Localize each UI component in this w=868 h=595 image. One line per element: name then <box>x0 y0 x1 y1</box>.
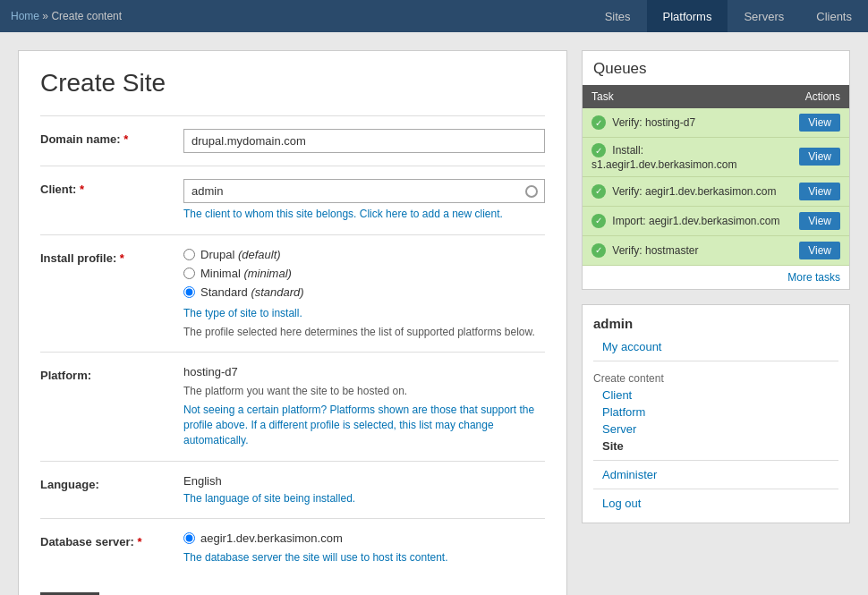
queue-task-cell: ✓ Install: s1.aegir1.dev.berkasimon.com <box>583 138 790 177</box>
platform-field: hosting-d7 The platform you want the sit… <box>183 365 545 447</box>
platform-link[interactable]: Platform <box>593 404 838 421</box>
install-profile-drupal[interactable]: Drupal (default) <box>183 248 545 261</box>
queue-col-task: Task <box>583 85 790 108</box>
client-input[interactable] <box>183 179 545 203</box>
page-title: Create Site <box>40 69 545 98</box>
platform-value: hosting-d7 <box>183 365 545 378</box>
queue-task-text: Import: aegir1.dev.berkasimon.com <box>612 215 779 227</box>
platform-row: Platform: hosting-d7 The platform you wa… <box>40 352 545 460</box>
server-link[interactable]: Server <box>593 421 838 438</box>
nav-servers[interactable]: Servers <box>728 0 800 32</box>
queue-table-row: ✓ Install: s1.aegir1.dev.berkasimon.com … <box>583 138 849 177</box>
install-profile-radio-drupal[interactable] <box>183 249 195 260</box>
platform-label: Platform: <box>40 365 183 447</box>
domain-label: Domain name: * <box>40 129 183 153</box>
language-field: English The language of site being insta… <box>183 474 545 506</box>
install-profile-radio-group: Drupal (default) Minimal (minimal) Stand… <box>183 248 545 299</box>
client-field: The client to whom this site belongs. Cl… <box>183 179 545 222</box>
view-button[interactable]: View <box>799 212 840 230</box>
queues-title: Queues <box>583 51 849 85</box>
queues-box: Queues Task Actions ✓ Verify: hosting-d7… <box>582 50 850 290</box>
breadcrumb-current: Create content <box>51 10 122 22</box>
queue-col-actions: Actions <box>790 85 849 108</box>
install-profile-row: Install profile: * Drupal (default) Mini… <box>40 234 545 353</box>
nav-sites[interactable]: Sites <box>589 0 647 32</box>
db-server-field: aegir1.dev.berkasimon.com The database s… <box>183 531 545 565</box>
queue-actions-cell: View <box>790 176 849 206</box>
check-icon: ✓ <box>591 214 606 228</box>
view-button[interactable]: View <box>799 183 840 200</box>
db-server-option[interactable]: aegir1.dev.berkasimon.com <box>183 531 545 545</box>
admin-divider-1 <box>593 361 838 361</box>
check-icon: ✓ <box>591 243 606 258</box>
install-hint2: The profile selected here determines the… <box>183 325 545 340</box>
install-hint1: The type of site to install. <box>183 306 545 321</box>
language-hint: The language of site being installed. <box>183 491 545 506</box>
sidebar: Queues Task Actions ✓ Verify: hosting-d7… <box>582 50 850 595</box>
nav-clients[interactable]: Clients <box>800 0 868 32</box>
queue-actions-cell: View <box>790 138 849 177</box>
install-profile-minimal[interactable]: Minimal (minimal) <box>183 267 545 280</box>
queue-table-row: ✓ Verify: hosting-d7 View <box>583 108 849 138</box>
nav-links: Sites Platforms Servers Clients <box>589 0 868 32</box>
client-hint[interactable]: The client to whom this site belongs. Cl… <box>183 207 545 222</box>
install-profile-standard[interactable]: Standard (standard) <box>183 285 545 299</box>
install-profile-label: Install profile: * <box>40 248 183 340</box>
language-label: Language: <box>40 474 183 506</box>
view-button[interactable]: View <box>799 242 840 259</box>
admin-divider-3 <box>593 489 838 489</box>
install-profile-radio-minimal[interactable] <box>183 268 195 279</box>
queue-table: Task Actions ✓ Verify: hosting-d7 View ✓… <box>583 85 849 266</box>
view-button[interactable]: View <box>799 114 840 132</box>
log-out-link[interactable]: Log out <box>593 495 838 512</box>
check-icon: ✓ <box>591 115 606 130</box>
queue-task-text: Verify: hostmaster <box>612 244 698 257</box>
domain-name-row: Domain name: * <box>40 115 545 166</box>
install-profile-radio-standard[interactable] <box>183 286 195 298</box>
queue-task-cell: ✓ Verify: hostmaster <box>583 235 790 265</box>
queue-table-row: ✓ Verify: hostmaster View <box>583 235 849 265</box>
queue-actions-cell: View <box>790 206 849 235</box>
queue-task-text: Verify: hosting-d7 <box>612 116 695 129</box>
queue-task-text: Install: s1.aegir1.dev.berkasimon.com <box>591 144 737 171</box>
check-icon: ✓ <box>591 143 606 157</box>
breadcrumb-separator: » <box>42 10 51 22</box>
db-server-label: Database server: * <box>40 531 183 565</box>
admin-divider-2 <box>593 460 838 461</box>
breadcrumb-home[interactable]: Home <box>11 10 39 22</box>
domain-input[interactable] <box>183 129 545 153</box>
site-link[interactable]: Site <box>593 438 838 455</box>
queue-table-row: ✓ Import: aegir1.dev.berkasimon.com View <box>583 206 849 235</box>
client-search-icon[interactable] <box>525 185 538 198</box>
breadcrumb: Home » Create content <box>11 10 122 22</box>
db-server-radio[interactable] <box>183 532 195 544</box>
top-navigation: Home » Create content Sites Platforms Se… <box>0 0 868 32</box>
queue-actions-cell: View <box>790 235 849 265</box>
view-button[interactable]: View <box>799 148 840 166</box>
check-icon: ✓ <box>591 184 606 199</box>
page-container: Create Site Domain name: * Client: * The… <box>0 32 868 595</box>
main-content: Create Site Domain name: * Client: * The… <box>18 50 567 595</box>
client-row: Client: * The client to whom this site b… <box>40 166 545 234</box>
admin-links: My account Create content Client Platfor… <box>593 338 838 512</box>
queue-task-cell: ✓ Verify: hosting-d7 <box>583 108 790 138</box>
administer-link[interactable]: Administer <box>593 466 838 483</box>
language-value: English <box>183 474 545 488</box>
my-account-link[interactable]: My account <box>593 338 838 355</box>
nav-platforms[interactable]: Platforms <box>647 0 728 32</box>
db-server-row: Database server: * aegir1.dev.berkasimon… <box>40 518 545 578</box>
queue-table-row: ✓ Verify: aegir1.dev.berkasimon.com View <box>583 176 849 206</box>
client-label: Client: * <box>40 179 183 222</box>
db-server-value: aegir1.dev.berkasimon.com <box>200 531 343 545</box>
platform-hint2: Not seeing a certain platform? Platforms… <box>183 403 545 447</box>
queue-task-cell: ✓ Verify: aegir1.dev.berkasimon.com <box>583 176 790 206</box>
more-tasks-link[interactable]: More tasks <box>583 266 849 289</box>
admin-title: admin <box>593 316 838 331</box>
create-content-label: Create content <box>593 372 838 385</box>
language-row: Language: English The language of site b… <box>40 461 545 519</box>
queue-table-header: Task Actions <box>583 85 849 108</box>
domain-field <box>183 129 545 153</box>
queue-task-text: Verify: aegir1.dev.berkasimon.com <box>612 185 776 198</box>
db-hint: The database server the site will use to… <box>183 550 545 565</box>
client-link[interactable]: Client <box>593 387 838 404</box>
